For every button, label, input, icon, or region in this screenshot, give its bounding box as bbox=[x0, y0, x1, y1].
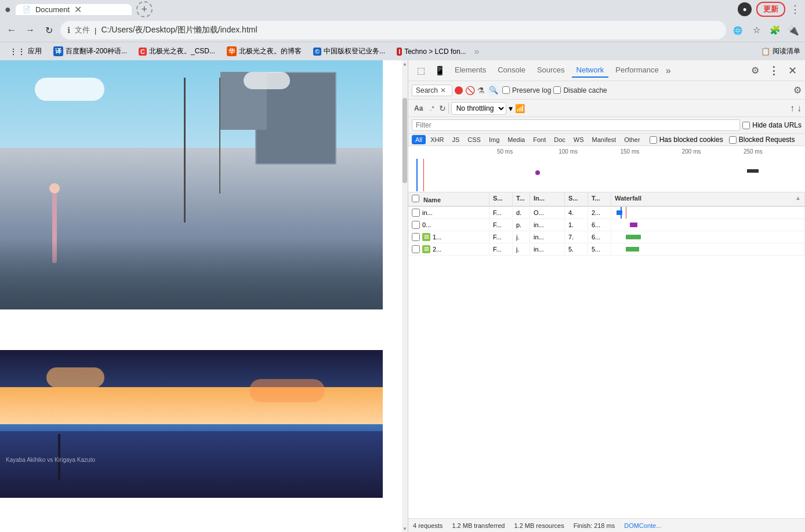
search-network-btn[interactable]: 🔍 bbox=[487, 84, 500, 97]
status-transferred: 1.2 MB transferred bbox=[452, 522, 505, 529]
download-icon[interactable]: ↓ bbox=[797, 103, 802, 114]
bookmark-huawei[interactable]: 华 北极光之夜。的博客 bbox=[222, 45, 306, 57]
settings-btn[interactable]: ⚙ bbox=[747, 63, 763, 79]
account-icon[interactable]: ● bbox=[738, 2, 752, 16]
new-tab-btn[interactable]: + bbox=[136, 1, 153, 17]
regex-btn[interactable]: .* bbox=[427, 104, 436, 113]
elements-tab[interactable]: Elements bbox=[450, 63, 491, 78]
bookmark-techno[interactable]: I Techno > LCD fon... bbox=[392, 46, 470, 57]
filter-input[interactable] bbox=[412, 119, 740, 131]
performance-tab[interactable]: Performance bbox=[611, 63, 663, 78]
blocked-requests-label[interactable]: Blocked Requests bbox=[729, 136, 795, 144]
reload-btn[interactable]: ↻ bbox=[42, 23, 56, 37]
filter-img[interactable]: Img bbox=[485, 135, 503, 144]
chevron-throttle[interactable]: ▾ bbox=[509, 104, 513, 113]
row1-initiator: O... bbox=[530, 207, 565, 218]
clear-btn[interactable]: 🚫 bbox=[465, 86, 475, 95]
row2-checkbox[interactable] bbox=[412, 221, 420, 229]
timeline-dark-marker bbox=[747, 169, 759, 173]
filter-all[interactable]: All bbox=[412, 135, 426, 144]
more-bookmarks[interactable]: » bbox=[474, 46, 480, 57]
throttle-select[interactable]: No throttling bbox=[451, 102, 506, 115]
filter-doc[interactable]: Doc bbox=[550, 135, 569, 144]
star-btn[interactable]: ☆ bbox=[749, 23, 763, 37]
forward-btn[interactable]: → bbox=[23, 23, 37, 37]
tab-close-btn[interactable]: ✕ bbox=[74, 4, 82, 15]
filter-manifest[interactable]: Manifest bbox=[589, 135, 620, 144]
blocked-cookies-checkbox[interactable] bbox=[650, 136, 657, 144]
bookmark-apps[interactable]: ⋮⋮ 应用 bbox=[5, 45, 46, 57]
close-devtools-btn[interactable]: ✕ bbox=[784, 63, 800, 79]
filter-ws[interactable]: WS bbox=[570, 135, 588, 144]
reading-list[interactable]: 📋 阅读清单 bbox=[761, 46, 800, 56]
disable-cache-label[interactable]: Disable cache bbox=[553, 86, 607, 94]
back-btn[interactable]: ← bbox=[5, 23, 19, 37]
table-row[interactable]: 0... F... p. in... 1. 6... bbox=[408, 219, 805, 231]
blocked-cookies-label[interactable]: Has blocked cookies bbox=[650, 136, 723, 144]
network-tab[interactable]: Network bbox=[572, 63, 609, 78]
extension-btn[interactable]: 🧩 bbox=[768, 23, 782, 37]
bookmark-baidu[interactable]: 译 百度翻译-200种语... bbox=[49, 45, 132, 57]
scroll-up-btn[interactable]: ▲ bbox=[402, 60, 408, 67]
col-name[interactable]: Name bbox=[408, 192, 489, 206]
col-time[interactable]: T... bbox=[588, 192, 611, 206]
search-close-btn[interactable]: ✕ bbox=[440, 86, 446, 94]
preserve-log-checkbox[interactable] bbox=[502, 86, 510, 94]
translate-btn[interactable]: 🌐 bbox=[731, 23, 745, 37]
scroll-down-btn[interactable]: ▼ bbox=[402, 525, 408, 532]
col-status[interactable]: S... bbox=[489, 192, 513, 206]
col-type[interactable]: T... bbox=[513, 192, 530, 206]
col-initiator[interactable]: In... bbox=[530, 192, 565, 206]
record-btn[interactable] bbox=[455, 86, 463, 94]
filter-js[interactable]: JS bbox=[448, 135, 463, 144]
col-size[interactable]: S... bbox=[565, 192, 588, 206]
status-dom-content-link[interactable]: DOMConte... bbox=[624, 522, 661, 529]
row4-checkbox[interactable] bbox=[412, 245, 420, 253]
url-bar[interactable]: ℹ 文件 | C:/Users/夜/Desktop/图片懒加载/index.ht… bbox=[60, 21, 726, 39]
page-scrollbar[interactable]: ▲ ▼ bbox=[402, 60, 408, 532]
filter-css[interactable]: CSS bbox=[464, 135, 484, 144]
hide-data-urls-checkbox[interactable] bbox=[742, 122, 750, 129]
row1-name: in... bbox=[408, 207, 489, 218]
row3-checkbox[interactable] bbox=[412, 233, 420, 241]
select-all-checkbox[interactable] bbox=[412, 195, 419, 202]
main-area: Kayaba Akihiko vs Kirigaya Kazuto ▲ ▼ ⬚ … bbox=[0, 60, 805, 532]
table-row[interactable]: in... F... d. O... 4. 2... bbox=[408, 207, 805, 219]
chrome-menu-btn[interactable]: ⋮ bbox=[790, 3, 800, 16]
separator-1 bbox=[448, 103, 449, 114]
filter-toggle-btn[interactable]: ⚗ bbox=[477, 86, 485, 95]
console-tab[interactable]: Console bbox=[493, 63, 530, 78]
col-waterfall[interactable]: Waterfall ▲ bbox=[611, 192, 805, 206]
reload-network-btn[interactable]: ↻ bbox=[439, 104, 446, 113]
upload-icon[interactable]: ↑ bbox=[790, 103, 795, 114]
filter-xhr[interactable]: XHR bbox=[427, 135, 447, 144]
more-panels-btn[interactable]: » bbox=[666, 65, 671, 76]
table-row[interactable]: 🖼 1... F... j. in... 7. 6... bbox=[408, 231, 805, 243]
bookmark-csd[interactable]: C 北极光之夜。_CSD... bbox=[134, 45, 220, 57]
devtools-toolbar: ⬚ 📱 Elements Console Sources Network Per… bbox=[408, 60, 805, 81]
inspect-element-btn[interactable]: ⬚ bbox=[413, 63, 429, 79]
device-toggle-btn[interactable]: 📱 bbox=[431, 63, 448, 79]
blocked-requests-checkbox[interactable] bbox=[729, 136, 737, 144]
row1-checkbox[interactable] bbox=[412, 209, 420, 217]
page-scroll-thumb bbox=[402, 98, 407, 183]
disable-cache-checkbox[interactable] bbox=[553, 86, 561, 94]
update-btn[interactable]: 更新 bbox=[756, 2, 785, 17]
table-row[interactable]: 🖼 2... F... j. in... 5. 5... bbox=[408, 243, 805, 256]
status-finish: Finish: 218 ms bbox=[574, 522, 615, 529]
browser-tab[interactable]: 📄 Document ✕ bbox=[16, 4, 132, 15]
page-images: Kayaba Akihiko vs Kirigaya Kazuto bbox=[0, 60, 408, 498]
aa-btn[interactable]: Aa bbox=[412, 103, 425, 114]
more-options-btn[interactable]: ⋮ bbox=[766, 63, 782, 79]
timeline-red-bar bbox=[423, 159, 424, 191]
hide-data-urls-label[interactable]: Hide data URLs bbox=[742, 121, 802, 129]
bookmark-copyright-label: 中国版权登记业务... bbox=[324, 46, 385, 56]
filter-media[interactable]: Media bbox=[504, 135, 528, 144]
filter-other[interactable]: Other bbox=[621, 135, 644, 144]
network-settings-btn[interactable]: ⚙ bbox=[793, 85, 802, 96]
extensions-menu[interactable]: 🔌 bbox=[786, 23, 800, 37]
bookmark-copyright[interactable]: © 中国版权登记业务... bbox=[309, 45, 390, 57]
filter-font[interactable]: Font bbox=[530, 135, 549, 144]
sources-tab[interactable]: Sources bbox=[532, 63, 570, 78]
preserve-log-label[interactable]: Preserve log bbox=[502, 86, 551, 94]
